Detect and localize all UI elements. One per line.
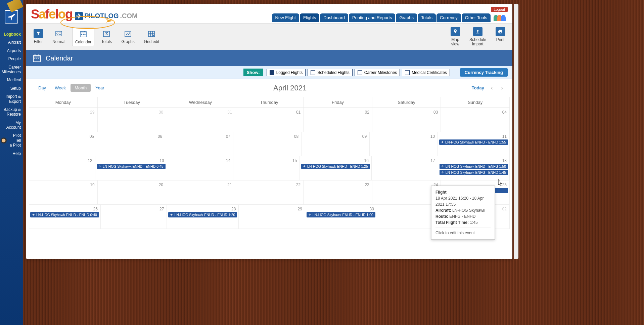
sidebar-item-aircraft[interactable]: Aircraft	[0, 38, 23, 46]
day-cell[interactable]: 28✈LN-HOG Skyhawk ENHD - ENHD 1:20	[167, 205, 239, 229]
plane-icon: ✈	[442, 171, 444, 174]
day-cell[interactable]: 10	[370, 132, 438, 156]
pin-icon	[451, 27, 460, 36]
sidebar-item-setup[interactable]: Setup	[0, 84, 23, 92]
flight-event[interactable]: ✈LN-HOG Skyhawk ENHD - ENHD 1:25	[301, 164, 370, 169]
today-button[interactable]: Today	[472, 85, 484, 90]
day-cell[interactable]: 14	[167, 156, 234, 180]
day-cell[interactable]: 05	[29, 132, 97, 156]
filter-career-milestones[interactable]: Career Milestones	[355, 69, 400, 76]
toolbar-calendar-button[interactable]: Calendar	[72, 28, 95, 46]
tooltip-title: Flight	[435, 189, 491, 195]
currency-tracking-button[interactable]: Currency Tracking	[460, 68, 508, 77]
logout-button[interactable]: Logout	[491, 7, 508, 12]
day-cell[interactable]: 30✈LN-HOG Skyhawk ENHD - ENHD 1:00	[305, 205, 377, 229]
pilotlog-logo: ✈ PILOTLOG.COM	[75, 12, 137, 20]
flight-event[interactable]: ✈LN-HOG Skyhawk ENHD - ENHD 1:00	[307, 212, 375, 217]
day-cell[interactable]: 24	[372, 180, 441, 204]
day-cell[interactable]: 07	[165, 132, 233, 156]
sidebar-item-import-export[interactable]: Import &Export	[0, 92, 23, 106]
sidebar-item-airports[interactable]: Airports	[0, 47, 23, 55]
svg-point-9	[81, 34, 82, 35]
tab-other-tools[interactable]: Other Tools	[462, 13, 491, 22]
sidebar-item-help[interactable]: Help	[0, 150, 23, 158]
tab-totals[interactable]: Totals	[418, 13, 436, 22]
view-month-button[interactable]: Month	[71, 84, 91, 92]
day-cell[interactable]: 01	[235, 108, 304, 132]
print-icon	[496, 27, 505, 36]
list-icon	[53, 29, 64, 38]
day-cell[interactable]: 29	[239, 205, 305, 229]
day-cell[interactable]: 27	[101, 205, 167, 229]
day-cell[interactable]: 23	[304, 180, 372, 204]
sidebar-item-logbook[interactable]: Logbook	[0, 30, 23, 38]
toolbar-map-view-button[interactable]: Mapview	[448, 26, 463, 48]
day-cell[interactable]: 22	[235, 180, 304, 204]
filter-logged-flights[interactable]: Logged Flights	[267, 69, 306, 76]
filter-medical-certificates[interactable]: Medical Certificates	[402, 69, 450, 76]
day-header: Saturday	[372, 97, 441, 108]
flight-event[interactable]: ✈LN-HOG Skyhawk ENFG - ENHD 1:45	[440, 170, 508, 175]
sidebar-item-backup-restore[interactable]: Backup &Restore	[0, 106, 23, 119]
tab-graphs[interactable]: Graphs	[396, 13, 417, 22]
day-header: Thursday	[235, 97, 304, 108]
day-cell[interactable]: 30	[98, 108, 167, 132]
flight-event[interactable]: ✈LN-HOG Skyhawk ENHD - ENFG 1:50	[440, 164, 508, 169]
flight-event[interactable]: ✈LN-HOG Skyhawk ENHD - ENHD 1:55	[439, 139, 508, 145]
svg-rect-25	[38, 58, 40, 58]
toolbar-graphs-button[interactable]: Graphs	[119, 28, 137, 46]
toolbar-print-button[interactable]: Print	[493, 26, 508, 48]
tab-printing-and-reports[interactable]: Printing and Reports	[349, 13, 396, 22]
day-cell[interactable]: 06	[97, 132, 165, 156]
day-cell[interactable]: 02	[304, 108, 372, 132]
view-week-button[interactable]: Week	[51, 84, 70, 92]
sidebar-item-career-milestones[interactable]: CareerMilestones	[0, 63, 23, 76]
calendar-icon	[32, 53, 42, 63]
day-cell[interactable]: 13✈LN-HOG Skyhawk ENHD - ENHD 0:45	[95, 156, 167, 180]
toolbar-schedule-import-button[interactable]: Scheduleimport	[467, 26, 489, 48]
day-cell[interactable]: 18✈LN-HOG Skyhawk ENHD - ENFG 1:50✈LN-HO…	[438, 156, 510, 180]
sidebar-item-people[interactable]: People	[0, 55, 23, 63]
flight-event[interactable]: ✈LN-HOG Skyhawk ENHD - ENHD 0:45	[97, 164, 166, 169]
day-cell[interactable]: 04	[441, 108, 510, 132]
toolbar-totals-button[interactable]: Totals	[98, 28, 114, 46]
plane-icon: ✈	[303, 165, 306, 168]
day-cell[interactable]: 11✈LN-HOG Skyhawk ENHD - ENHD 1:55	[438, 132, 510, 156]
day-cell[interactable]: 15	[233, 156, 300, 180]
svg-rect-23	[34, 58, 36, 58]
day-cell[interactable]: 16✈LN-HOG Skyhawk ENHD - ENHD 1:25	[300, 156, 372, 180]
day-cell[interactable]: 03	[372, 108, 441, 132]
toolbar-filter-button[interactable]: Filter	[31, 28, 46, 46]
sidebar-item-pilot-tell-a-pilot[interactable]: Pilot Tella Pilot	[0, 131, 23, 149]
next-month-button[interactable]: ›	[500, 83, 504, 93]
day-cell[interactable]: 31	[166, 108, 235, 132]
day-cell[interactable]: 12	[29, 156, 95, 180]
view-year-button[interactable]: Year	[91, 84, 108, 92]
plane-icon: ✈	[442, 165, 444, 168]
checkbox-icon	[311, 70, 315, 75]
bookmark-decoration	[8, 0, 25, 13]
view-day-button[interactable]: Day	[34, 84, 50, 92]
flight-event[interactable]: ✈LN-HOG Skyhawk ENHD - ENHD 0:40	[30, 212, 99, 217]
day-cell[interactable]: 26✈LN-HOG Skyhawk ENHD - ENHD 0:40	[29, 205, 101, 229]
day-cell[interactable]: 29	[29, 108, 98, 132]
tab-currency[interactable]: Currency	[436, 13, 461, 22]
tab-flights[interactable]: Flights	[300, 13, 319, 22]
tab-new-flight[interactable]: New Flight	[272, 13, 299, 22]
prev-month-button[interactable]: ‹	[490, 83, 494, 93]
tab-dashboard[interactable]: Dashboard	[320, 13, 348, 22]
tooltip-hint: Click to edit this event	[435, 230, 491, 236]
day-cell[interactable]: 09	[302, 132, 370, 156]
filter-scheduled-flights[interactable]: Scheduled Flights	[308, 69, 352, 76]
flight-event[interactable]: ✈LN-HOG Skyhawk ENHD - ENHD 1:20	[168, 212, 237, 217]
sidebar-item-medical[interactable]: Medical	[0, 76, 23, 84]
toolbar-grid-edit-button[interactable]: Grid edit	[141, 28, 162, 46]
day-cell[interactable]: 21	[166, 180, 235, 204]
people-icons[interactable]	[493, 14, 508, 22]
day-cell[interactable]: 20	[98, 180, 167, 204]
day-cell[interactable]: 19	[29, 180, 98, 204]
day-cell[interactable]: 17	[372, 156, 438, 180]
sidebar-item-my-account[interactable]: My Account	[0, 119, 23, 132]
day-cell[interactable]: 08	[233, 132, 302, 156]
toolbar-normal-button[interactable]: Normal	[50, 28, 68, 46]
